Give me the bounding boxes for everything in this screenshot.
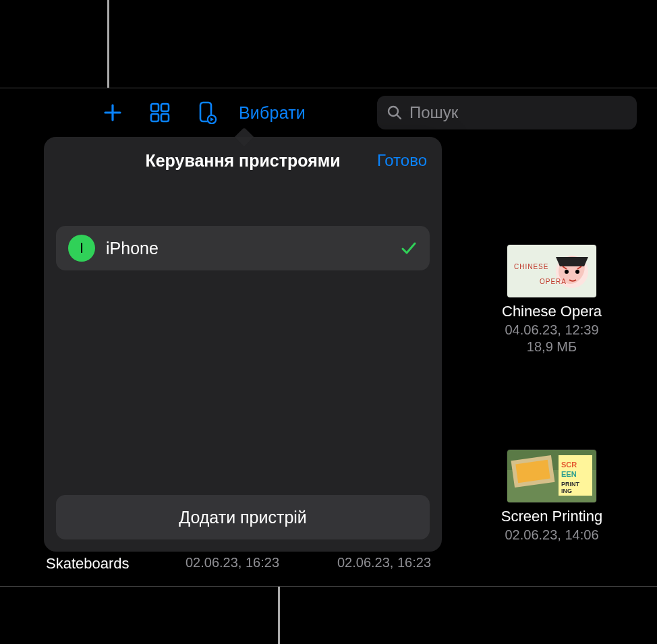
app-frame: Вибрати Пошук Керування пристроями Готов… [0,88,657,587]
file-thumbnail: CHINESE OPERA [507,245,596,297]
callout-line-top [107,0,109,88]
file-screen-printing[interactable]: SCR EEN PRINT ING Screen Printing 02.06.… [484,450,619,544]
file-subtitle: 04.06.23, 12:39 18,9 МБ [484,322,619,355]
file-chinese-opera[interactable]: CHINESE OPERA Chinese Opera 04.06.23, 12… [484,245,619,355]
svg-text:EEN: EEN [561,470,577,478]
device-manager-popover: Керування пристроями Готово I iPhone Дод… [44,137,442,552]
select-button[interactable]: Вибрати [239,103,306,123]
svg-rect-2 [151,114,159,121]
file-date: 02.06.23, 16:23 [337,555,431,570]
svg-rect-1 [161,104,169,111]
checkmark-icon [400,239,418,257]
svg-text:ING: ING [561,488,572,494]
file-title: Screen Printing [484,508,619,525]
add-button[interactable] [101,101,124,124]
svg-text:PRINT: PRINT [561,481,580,488]
popover-done-button[interactable]: Готово [377,151,427,170]
device-name-label: iPhone [106,239,389,258]
file-date: 02.06.23, 16:23 [185,555,279,570]
svg-point-10 [565,270,569,274]
file-title-skateboards: Skateboards [46,555,130,573]
devices-button[interactable] [196,101,219,124]
file-title: Chinese Opera [484,303,619,320]
grid-icon [149,102,171,123]
add-device-button[interactable]: Додати пристрій [56,495,430,539]
device-play-icon [197,101,217,124]
svg-rect-0 [151,104,159,111]
toolbar: Вибрати Пошук [0,94,657,131]
popover-header: Керування пристроями Готово [44,137,442,184]
svg-text:CHINESE: CHINESE [514,263,548,270]
search-field[interactable]: Пошук [377,96,637,129]
search-placeholder: Пошук [409,103,458,122]
svg-text:OPERA: OPERA [540,278,567,285]
svg-text:SCR: SCR [561,461,577,469]
callout-line-bottom [278,587,280,644]
grid-view-button[interactable] [148,101,171,124]
svg-point-11 [575,270,579,274]
popover-title: Керування пристроями [145,151,340,171]
file-thumbnail: SCR EEN PRINT ING [507,450,596,502]
plus-icon [103,103,123,123]
search-icon [387,105,403,121]
device-avatar: I [68,235,95,262]
device-row-iphone[interactable]: I iPhone [56,226,430,270]
svg-rect-3 [161,114,169,121]
file-subtitle: 02.06.23, 14:06 [484,527,619,544]
